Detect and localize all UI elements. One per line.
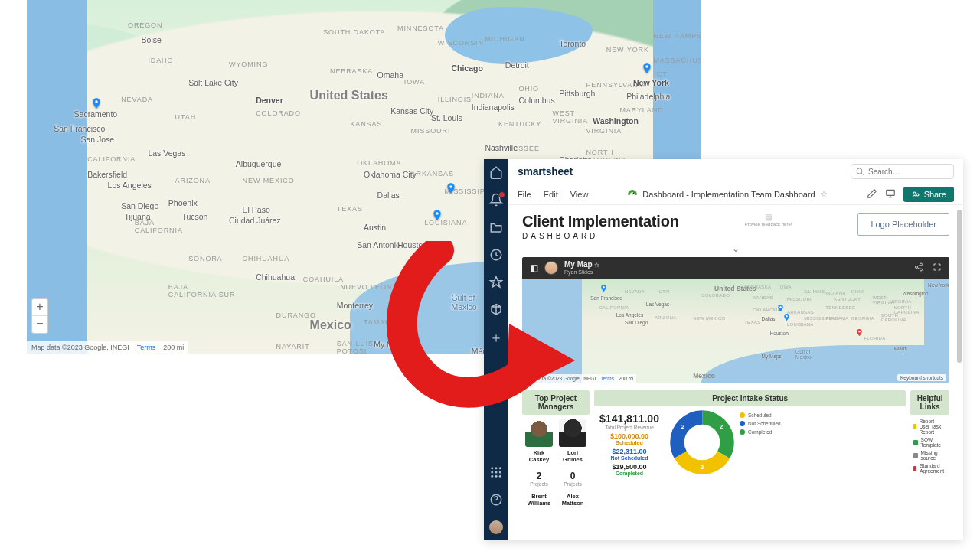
mini-map-pin-icon[interactable] bbox=[855, 328, 864, 337]
state-label: ARIZONA bbox=[175, 177, 211, 184]
help-icon[interactable] bbox=[489, 493, 503, 507]
mini-city-label: Los Angeles bbox=[616, 312, 643, 318]
folder-icon[interactable] bbox=[489, 220, 503, 234]
mini-city-label: Houston bbox=[770, 331, 789, 336]
map-pin-icon[interactable] bbox=[641, 62, 653, 74]
share-button[interactable]: Share bbox=[903, 187, 954, 202]
link-icon bbox=[913, 440, 917, 445]
star-outline-icon[interactable]: ☆ bbox=[820, 189, 828, 199]
mini-map-pin-icon[interactable] bbox=[599, 284, 608, 292]
state-label: DURANGO bbox=[276, 311, 316, 319]
svg-point-23 bbox=[779, 305, 781, 307]
helpful-link[interactable]: Report - User Task Report bbox=[913, 419, 946, 435]
avatar bbox=[544, 261, 558, 275]
plus-icon[interactable]: ＋ bbox=[489, 331, 503, 344]
state-label: OKLAHOMA bbox=[357, 159, 401, 167]
city-label: Albuquerque bbox=[236, 159, 282, 168]
map-pin-icon[interactable] bbox=[431, 209, 443, 221]
mini-state-label: NEBRASKA bbox=[744, 285, 771, 289]
bell-icon[interactable] bbox=[489, 193, 503, 207]
mini-state-label: VIRGINIA bbox=[890, 299, 912, 304]
map-pin-icon[interactable] bbox=[445, 182, 457, 194]
menu-edit[interactable]: Edit bbox=[544, 190, 558, 199]
brand: smartsheet bbox=[518, 165, 573, 178]
state-label: TAMAULIPAS bbox=[364, 318, 413, 326]
apps-icon[interactable] bbox=[489, 465, 503, 479]
mini-state-label: SOUTH CAROLINA bbox=[881, 313, 906, 322]
state-label: NEBRASKA bbox=[330, 67, 373, 75]
feedback-link[interactable]: ▤ Provide feedback here! bbox=[745, 213, 792, 227]
embedded-map-canvas[interactable]: United States Mexico Gulf of Mexico San … bbox=[522, 279, 949, 383]
menu-file[interactable]: File bbox=[518, 190, 531, 199]
mini-state-label: ARIZONA bbox=[655, 315, 677, 320]
mini-country-mx: Mexico bbox=[693, 372, 715, 380]
pm-photo bbox=[525, 419, 553, 447]
svg-point-2 bbox=[436, 212, 438, 214]
mini-map-pin-icon[interactable] bbox=[782, 313, 791, 321]
mini-zoom-in[interactable]: + bbox=[526, 350, 535, 360]
state-label: CALIFORNIA bbox=[87, 155, 136, 163]
star-icon[interactable]: ☆ bbox=[594, 262, 599, 269]
mini-zoom-out[interactable]: − bbox=[526, 360, 535, 370]
link-icon bbox=[913, 424, 916, 429]
mini-state-label: TEXAS bbox=[744, 320, 760, 324]
city-label: Nashville bbox=[485, 143, 518, 152]
mini-state-label: LOUISIANA bbox=[787, 322, 814, 327]
svg-point-5 bbox=[491, 467, 493, 469]
state-label: IOWA bbox=[404, 78, 425, 86]
avatar-icon[interactable] bbox=[489, 520, 503, 534]
chevron-down-icon[interactable]: ⌄ bbox=[522, 243, 949, 254]
state-label: SAN LUIS POTOSI bbox=[337, 340, 374, 354]
star-icon[interactable] bbox=[489, 276, 503, 289]
helpful-link[interactable]: Standard Agreement bbox=[913, 463, 946, 474]
menu-view[interactable]: View bbox=[570, 190, 589, 199]
city-label: Austin bbox=[364, 223, 386, 232]
edit-icon[interactable] bbox=[867, 188, 877, 201]
city-label: Tucson bbox=[181, 212, 207, 221]
state-label: BAJA CALIFORNIA bbox=[135, 219, 183, 234]
svg-point-0 bbox=[95, 100, 97, 103]
city-label: San Francisco bbox=[54, 124, 105, 133]
city-label: Oklahoma City bbox=[364, 170, 416, 179]
state-label: MARYLAND bbox=[619, 106, 663, 114]
share-icon[interactable] bbox=[914, 262, 923, 273]
state-label: COAHUILA bbox=[303, 276, 344, 283]
fullscreen-icon[interactable] bbox=[933, 262, 942, 273]
city-label: Pittsburgh bbox=[559, 89, 595, 98]
state-label: ARKANSAS bbox=[411, 170, 454, 178]
present-icon[interactable] bbox=[885, 188, 896, 201]
zoom-out[interactable]: − bbox=[32, 316, 47, 333]
helpful-link[interactable]: SOW Template bbox=[913, 437, 946, 448]
mini-state-label: COLORADO bbox=[701, 293, 730, 298]
topbar: smartsheet bbox=[508, 159, 963, 184]
city-label: Houston bbox=[397, 240, 427, 249]
terms-link[interactable]: Terms bbox=[137, 341, 156, 354]
mini-map-pin-icon[interactable] bbox=[776, 304, 785, 312]
city-label: Las Vegas bbox=[148, 148, 185, 158]
zoom-in[interactable]: + bbox=[32, 299, 47, 316]
city-label: Kansas City bbox=[390, 106, 433, 116]
helpful-link[interactable]: Missing source bbox=[913, 450, 946, 461]
recent-icon[interactable] bbox=[489, 248, 503, 262]
country-label-mx: Mexico bbox=[310, 318, 351, 332]
city-label: Chicago bbox=[451, 64, 482, 73]
mini-terms[interactable]: Terms bbox=[600, 374, 614, 383]
embed-titlebar: ◧ My Map ☆ Ryan Slides bbox=[522, 257, 949, 279]
map-pin-icon[interactable] bbox=[90, 97, 103, 109]
map-zoom: + − bbox=[31, 298, 48, 334]
panel-icon[interactable]: ◧ bbox=[530, 262, 538, 273]
mini-city-label: San Francisco bbox=[590, 295, 622, 301]
home-icon[interactable] bbox=[489, 165, 503, 179]
workapp-icon[interactable] bbox=[489, 303, 503, 317]
link-icon bbox=[913, 453, 917, 458]
mini-state-label: GEORGIA bbox=[851, 316, 874, 321]
search-input[interactable] bbox=[851, 164, 954, 179]
keyboard-shortcuts[interactable]: Keyboard shortcuts bbox=[897, 374, 946, 381]
svg-point-22 bbox=[603, 286, 604, 288]
scrollbar[interactable] bbox=[957, 210, 962, 500]
donut-legend: Scheduled Not Scheduled Completed bbox=[740, 409, 781, 435]
smartsheet-window: ＋ smartsheet File Edit View Dashboard - … bbox=[484, 159, 963, 540]
breadcrumb: Dashboard - Implementation Team Dashboar… bbox=[627, 189, 827, 200]
city-label: San Diego bbox=[121, 201, 158, 210]
svg-point-17 bbox=[913, 192, 916, 194]
